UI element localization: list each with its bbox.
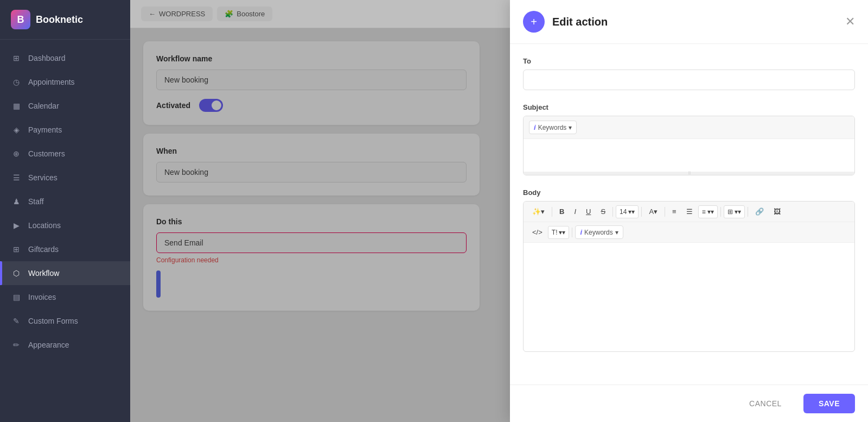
subject-resize-handle[interactable]	[524, 172, 854, 175]
nav-icon-dashboard: ⊞	[11, 53, 22, 64]
sidebar-item-calendar[interactable]: ▦ Calendar	[0, 94, 130, 118]
table-icon: ⊞	[727, 208, 733, 216]
subject-content-area[interactable]	[524, 139, 854, 172]
panel-title: Edit action	[552, 16, 845, 28]
body-toolbar: ✨▾ B I U S 14 ▾▾ A▾ ≡	[524, 201, 854, 243]
body-keywords-icon: i	[580, 228, 582, 236]
keywords-icon: i	[534, 123, 536, 131]
panel-footer: CANCEL SAVE	[510, 385, 868, 422]
nav-icon-giftcards: ⊞	[11, 244, 22, 255]
keywords-label: Keywords	[538, 124, 567, 131]
nav-icon-calendar: ▦	[11, 100, 22, 111]
nav-label-appointments: Appointments	[28, 78, 75, 86]
subject-editor: i Keywords ▾	[523, 116, 855, 175]
nav-label-custom-forms: Custom Forms	[28, 317, 78, 325]
nav-label-giftcards: Giftcards	[28, 245, 59, 254]
italic-button[interactable]: I	[570, 205, 580, 218]
logo-icon: B	[11, 10, 30, 29]
panel-close-button[interactable]: ✕	[845, 16, 855, 28]
unordered-list-button[interactable]: ≡	[668, 205, 681, 218]
nav-icon-workflow: ⬡	[11, 268, 22, 279]
nav-label-dashboard: Dashboard	[28, 54, 66, 62]
sidebar: B Booknetic ⊞ Dashboard ◷ Appointments ▦…	[0, 0, 130, 422]
separator-5	[720, 207, 721, 217]
body-keywords-label: Keywords	[584, 229, 613, 236]
to-field-group: To	[523, 57, 855, 90]
sidebar-item-staff[interactable]: ♟ Staff	[0, 190, 130, 213]
align-dropdown[interactable]: ≡ ▾▾	[698, 205, 718, 218]
nav-label-customers: Customers	[28, 149, 65, 158]
body-content-area[interactable]	[524, 243, 854, 351]
font-size-dropdown[interactable]: 14 ▾▾	[616, 205, 639, 218]
cancel-button[interactable]: CANCEL	[734, 394, 797, 413]
sidebar-item-dashboard[interactable]: ⊞ Dashboard	[0, 46, 130, 70]
nav-label-workflow: Workflow	[28, 269, 59, 278]
link-button[interactable]: 🔗	[751, 205, 768, 218]
code-button[interactable]: </>	[528, 225, 547, 239]
sidebar-item-payments[interactable]: ◈ Payments	[0, 118, 130, 142]
nav-label-payments: Payments	[28, 125, 62, 134]
text-style-icon: T!	[552, 229, 558, 236]
nav-icon-customers: ⊕	[11, 148, 22, 159]
to-input[interactable]	[523, 70, 855, 90]
strikethrough-button[interactable]: S	[596, 205, 610, 218]
keywords-dropdown-icon: ▾	[569, 124, 572, 131]
font-size-dropdown-icon: ▾▾	[628, 208, 635, 216]
separator-7	[572, 228, 572, 237]
sidebar-item-appearance[interactable]: ✏ Appearance	[0, 333, 130, 357]
bold-button[interactable]: B	[555, 205, 569, 218]
text-style-dropdown[interactable]: T! ▾▾	[548, 226, 570, 239]
nav-icon-invoices: ▤	[11, 292, 22, 303]
magic-wand-button[interactable]: ✨▾	[528, 205, 549, 218]
panel-icon: +	[523, 11, 545, 33]
body-editor: ✨▾ B I U S 14 ▾▾ A▾ ≡	[523, 201, 855, 352]
sidebar-item-customers[interactable]: ⊕ Customers	[0, 142, 130, 166]
save-button[interactable]: SAVE	[803, 394, 855, 413]
nav-label-locations: Locations	[28, 221, 61, 230]
toolbar-row-1: ✨▾ B I U S 14 ▾▾ A▾ ≡	[524, 201, 854, 222]
underline-button[interactable]: U	[582, 205, 595, 218]
body-keywords-dropdown-icon: ▾	[615, 229, 618, 236]
nav-icon-custom-forms: ✎	[11, 316, 22, 326]
sidebar-item-giftcards[interactable]: ⊞ Giftcards	[0, 237, 130, 261]
nav-icon-staff: ♟	[11, 196, 22, 207]
image-button[interactable]: 🖼	[769, 205, 785, 218]
nav-label-staff: Staff	[28, 197, 44, 206]
body-label: Body	[523, 188, 855, 197]
sidebar-item-workflow[interactable]: ⬡ Workflow	[0, 261, 130, 285]
subject-toolbar: i Keywords ▾	[524, 116, 854, 139]
logo-area: B Booknetic	[0, 0, 130, 40]
table-dropdown-icon: ▾▾	[735, 208, 741, 216]
edit-action-panel: + Edit action ✕ To Subject i Keywords ▾	[510, 0, 868, 422]
code-icon: </>	[532, 228, 542, 236]
to-label: To	[523, 57, 855, 65]
panel-header: + Edit action ✕	[510, 0, 868, 44]
toolbar-row-2: </> T! ▾▾ i Keywords ▾	[524, 222, 854, 242]
sidebar-item-locations[interactable]: ▶ Locations	[0, 213, 130, 237]
sidebar-item-services[interactable]: ☰ Services	[0, 166, 130, 190]
nav-label-services: Services	[28, 173, 58, 182]
subject-field-group: Subject i Keywords ▾	[523, 103, 855, 175]
nav-icon-appearance: ✏	[11, 339, 22, 350]
sidebar-item-invoices[interactable]: ▤ Invoices	[0, 285, 130, 309]
ordered-list-button[interactable]: ☰	[682, 205, 697, 218]
font-size-value: 14	[620, 208, 627, 216]
logo-text: Booknetic	[36, 14, 83, 26]
separator-6	[748, 207, 748, 217]
subject-keywords-button[interactable]: i Keywords ▾	[529, 121, 577, 134]
nav-icon-appointments: ◷	[11, 77, 22, 87]
text-color-button[interactable]: A▾	[644, 205, 662, 218]
align-icon: ≡	[702, 208, 706, 216]
body-keywords-button[interactable]: i Keywords ▾	[575, 225, 623, 239]
sidebar-item-custom-forms[interactable]: ✎ Custom Forms	[0, 309, 130, 333]
nav-label-calendar: Calendar	[28, 102, 59, 110]
sidebar-item-appointments[interactable]: ◷ Appointments	[0, 70, 130, 94]
nav-icon-services: ☰	[11, 172, 22, 183]
align-dropdown-icon: ▾▾	[707, 208, 714, 216]
table-dropdown[interactable]: ⊞ ▾▾	[724, 205, 745, 218]
subject-label: Subject	[523, 103, 855, 111]
separator-2	[612, 207, 613, 217]
panel-body: To Subject i Keywords ▾ Body	[510, 44, 868, 385]
nav-label-invoices: Invoices	[28, 293, 56, 301]
sidebar-nav: ⊞ Dashboard ◷ Appointments ▦ Calendar ◈ …	[0, 40, 130, 422]
